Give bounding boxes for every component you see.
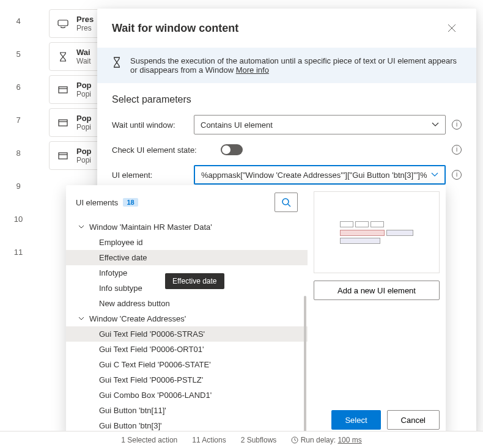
add-ui-element-button[interactable]: Add a new UI element (314, 281, 440, 300)
param-label-ui: UI element: (112, 171, 188, 180)
tree-window-node[interactable]: Window 'Maintain HR Master Data' (66, 219, 308, 235)
window-icon (57, 117, 69, 129)
param-label-wait: Wait until window: (112, 120, 188, 130)
step-number: 7 (0, 108, 37, 125)
window-icon (57, 150, 69, 162)
tree-item[interactable]: Gui C Text Field 'P0006-STATE' (66, 357, 308, 372)
tree-item[interactable]: Gui Button 'btn[11]' (66, 403, 308, 418)
chevron-down-icon (431, 172, 438, 177)
status-bar: 1 Selected action 11 Actions 2 Subflows … (0, 431, 483, 448)
step-number: 6 (0, 75, 37, 92)
tree-item[interactable]: Infotype (66, 265, 308, 281)
info-icon[interactable]: i (452, 120, 462, 130)
search-button[interactable] (275, 193, 298, 212)
section-heading: Select parameters (97, 83, 476, 110)
wait-until-select[interactable]: Contains UI element (194, 115, 446, 134)
dialog-title: Wait for window content (112, 22, 238, 35)
window-icon (57, 84, 69, 96)
tree-item[interactable]: Info subtype (66, 281, 308, 296)
status-subflows: 2 Subflows (241, 436, 277, 444)
svg-rect-0 (58, 20, 68, 26)
keyboard-icon (57, 18, 69, 30)
picker-title: UI elements (76, 198, 118, 207)
step-number: 8 (0, 141, 37, 158)
ui-element-select[interactable]: %appmask["Window 'Create Addresses'"]["G… (194, 165, 446, 185)
check-state-toggle[interactable] (221, 144, 243, 155)
cancel-button[interactable]: Cancel (387, 410, 440, 430)
tree-item[interactable]: Gui Text Field 'P0006-STRAS' (66, 326, 308, 342)
tree-item[interactable]: Effective date (66, 250, 308, 265)
chevron-down-icon (432, 122, 439, 127)
chevron-down-icon (78, 317, 86, 321)
hourglass-icon (57, 51, 69, 63)
ui-element-picker: UI elements 18 Window 'Maintain HR Maste… (66, 185, 446, 436)
hourglass-icon (111, 56, 123, 68)
chevron-down-icon (78, 225, 86, 230)
param-label-check: Check UI element state: (112, 145, 215, 155)
status-actions: 11 Actions (192, 436, 226, 444)
info-banner: Suspends the execution of the automation… (97, 48, 476, 83)
status-selected: 1 Selected action (121, 436, 177, 444)
info-icon[interactable]: i (452, 145, 462, 155)
svg-rect-3 (59, 120, 67, 126)
step-number: 11 (0, 240, 37, 257)
step-number: 9 (0, 174, 37, 191)
svg-rect-1 (59, 87, 67, 93)
clock-icon (291, 436, 298, 444)
info-icon[interactable]: i (452, 170, 462, 180)
element-count-badge: 18 (123, 198, 138, 207)
svg-rect-5 (59, 153, 67, 159)
select-button[interactable]: Select (331, 410, 380, 430)
tree-item[interactable]: Gui Text Field 'P0006-PSTLZ' (66, 372, 308, 387)
ui-elements-tree[interactable]: Window 'Maintain HR Master Data' Employe… (66, 219, 308, 436)
step-number: 5 (0, 42, 37, 59)
scrollbar[interactable] (304, 296, 306, 436)
tree-item[interactable]: Employee id (66, 235, 308, 250)
status-delay: Run delay: 100 ms (291, 436, 361, 444)
more-info-link[interactable]: More info (236, 65, 269, 75)
tree-window-node[interactable]: Window 'Create Addresses' (66, 311, 308, 326)
svg-point-7 (282, 199, 289, 205)
step-number: 4 (0, 9, 37, 26)
element-preview (314, 191, 440, 273)
close-button[interactable] (442, 18, 462, 38)
tree-item[interactable]: Gui Combo Box 'P0006-LAND1' (66, 387, 308, 403)
step-number: 10 (0, 207, 37, 224)
close-icon (448, 24, 456, 32)
tree-item[interactable]: Gui Text Field 'P0006-ORT01' (66, 342, 308, 357)
tree-item[interactable]: New address button (66, 296, 308, 311)
search-icon (281, 197, 291, 207)
